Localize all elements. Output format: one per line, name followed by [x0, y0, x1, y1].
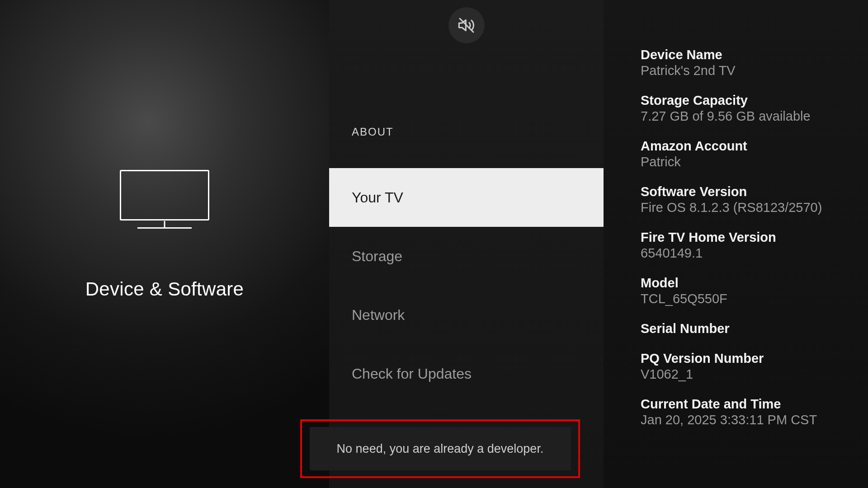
info-label: Storage Capacity	[641, 93, 850, 108]
info-label: Software Version	[641, 184, 850, 199]
toast-highlight-box: No need, you are already a developer.	[300, 419, 580, 478]
info-model: Model TCL_65Q550F	[641, 276, 850, 306]
menu-item-label: Check for Updates	[352, 366, 472, 382]
developer-toast: No need, you are already a developer.	[310, 427, 571, 470]
info-value: Jan 20, 2025 3:33:11 PM CST	[641, 413, 850, 427]
middle-panel: ABOUT Your TV Storage Network Check for …	[329, 0, 604, 488]
info-current-date-time: Current Date and Time Jan 20, 2025 3:33:…	[641, 397, 850, 427]
info-serial-number: Serial Number	[641, 321, 850, 336]
settings-screen: Device & Software ABOUT Your TV Storage …	[0, 0, 868, 488]
info-value: Fire OS 8.1.2.3 (RS8123/2570)	[641, 200, 850, 215]
info-label: Amazon Account	[641, 139, 850, 154]
info-value: Patrick	[641, 155, 850, 169]
left-panel: Device & Software	[0, 0, 329, 488]
info-label: Serial Number	[641, 321, 850, 336]
info-storage-capacity: Storage Capacity 7.27 GB of 9.56 GB avai…	[641, 93, 850, 124]
info-device-name: Device Name Patrick's 2nd TV	[641, 47, 850, 78]
info-value: Patrick's 2nd TV	[641, 63, 850, 78]
page-title: Device & Software	[85, 278, 244, 300]
menu-item-label: Your TV	[352, 189, 403, 206]
menu-item-label: Storage	[352, 248, 402, 265]
info-value: TCL_65Q550F	[641, 291, 850, 306]
menu-item-label: Network	[352, 307, 405, 324]
tv-icon	[120, 170, 209, 229]
info-label: Model	[641, 276, 850, 291]
section-header-about: ABOUT	[352, 126, 394, 138]
details-panel: Device Name Patrick's 2nd TV Storage Cap…	[604, 0, 868, 488]
info-fire-tv-home-version: Fire TV Home Version 6540149.1	[641, 230, 850, 261]
info-label: Device Name	[641, 47, 850, 62]
info-value: 6540149.1	[641, 246, 850, 261]
info-label: Fire TV Home Version	[641, 230, 850, 245]
toast-message: No need, you are already a developer.	[337, 442, 544, 456]
info-label: PQ Version Number	[641, 351, 850, 366]
info-label: Current Date and Time	[641, 397, 850, 412]
menu-item-network[interactable]: Network	[329, 286, 604, 344]
info-software-version: Software Version Fire OS 8.1.2.3 (RS8123…	[641, 184, 850, 215]
info-value: V1062_1	[641, 367, 850, 382]
speaker-muted-icon	[448, 7, 485, 43]
info-amazon-account: Amazon Account Patrick	[641, 139, 850, 169]
menu-item-check-for-updates[interactable]: Check for Updates	[329, 344, 604, 403]
info-pq-version-number: PQ Version Number V1062_1	[641, 351, 850, 382]
about-menu: Your TV Storage Network Check for Update…	[329, 168, 604, 403]
menu-item-your-tv[interactable]: Your TV	[329, 168, 604, 227]
menu-item-storage[interactable]: Storage	[329, 227, 604, 286]
info-value: 7.27 GB of 9.56 GB available	[641, 109, 850, 124]
